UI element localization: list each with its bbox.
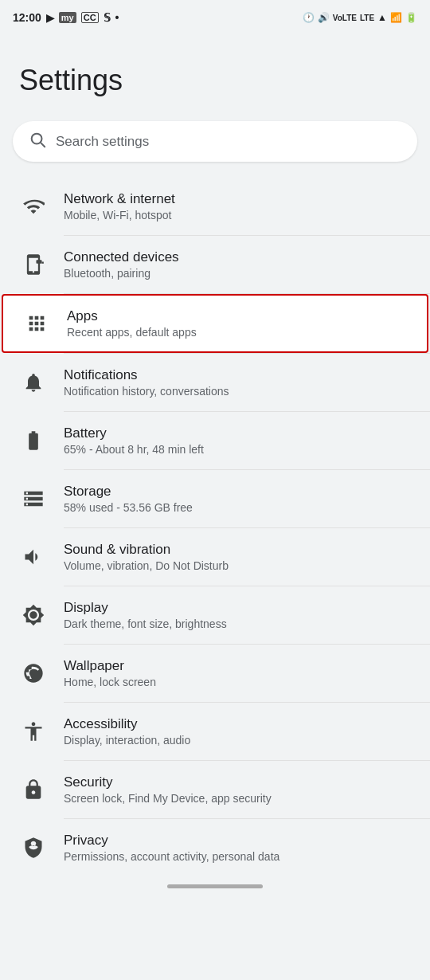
- wallpaper-text: Wallpaper Home, lock screen: [64, 658, 411, 688]
- accessibility-subtitle: Display, interaction, audio: [64, 734, 411, 747]
- apps-title: Apps: [67, 308, 408, 324]
- status-bar: 12:00 ▶ my CC 𝕊 • 🕐 🔊 VoLTE LTE ▲ 📶 🔋: [0, 0, 430, 32]
- security-text: Security Screen lock, Find My Device, ap…: [64, 774, 411, 805]
- wifi-icon: [19, 192, 48, 221]
- notifications-subtitle: Notification history, conversations: [64, 385, 411, 398]
- accessibility-icon: [19, 717, 48, 746]
- page-title: Settings: [19, 64, 411, 97]
- connected-subtitle: Bluetooth, pairing: [64, 267, 411, 280]
- notifications-text: Notifications Notification history, conv…: [64, 367, 411, 398]
- display-title: Display: [64, 600, 411, 616]
- settings-item-apps[interactable]: Apps Recent apps, default apps: [2, 294, 428, 353]
- battery-text: Battery 65% - About 8 hr, 48 min left: [64, 425, 411, 456]
- privacy-title: Privacy: [64, 833, 411, 849]
- apps-icon: [22, 309, 51, 338]
- header: Settings: [0, 32, 430, 113]
- accessibility-title: Accessibility: [64, 716, 411, 732]
- wifi-signal-icon: 📶: [390, 12, 402, 23]
- sound-text: Sound & vibration Volume, vibration, Do …: [64, 542, 411, 572]
- svg-line-1: [41, 143, 45, 147]
- cc-icon: CC: [81, 12, 99, 23]
- notifications-title: Notifications: [64, 367, 411, 383]
- accessibility-text: Accessibility Display, interaction, audi…: [64, 716, 411, 747]
- settings-item-notifications[interactable]: Notifications Notification history, conv…: [0, 354, 430, 411]
- settings-item-network[interactable]: Network & internet Mobile, Wi-Fi, hotspo…: [0, 178, 430, 235]
- apps-subtitle: Recent apps, default apps: [67, 326, 408, 339]
- scroll-indicator: [0, 876, 430, 896]
- dot-icon: •: [115, 11, 119, 24]
- search-placeholder: Search settings: [56, 134, 401, 150]
- alarm-icon: 🕐: [303, 12, 315, 23]
- battery-subtitle: 65% - About 8 hr, 48 min left: [64, 443, 411, 456]
- sound-subtitle: Volume, vibration, Do Not Disturb: [64, 559, 411, 572]
- settings-item-wallpaper[interactable]: Wallpaper Home, lock screen: [0, 645, 430, 702]
- storage-icon: [19, 484, 48, 513]
- status-left: 12:00 ▶ my CC 𝕊 •: [13, 11, 119, 24]
- battery-title: Battery: [64, 425, 411, 441]
- network-subtitle: Mobile, Wi-Fi, hotspot: [64, 209, 411, 221]
- search-container: Search settings: [0, 113, 430, 178]
- wallpaper-icon: [19, 659, 48, 688]
- privacy-subtitle: Permissions, account activity, personal …: [64, 850, 411, 863]
- wallpaper-title: Wallpaper: [64, 658, 411, 674]
- signal-bars-icon: ▲: [377, 12, 387, 23]
- connected-devices-icon: [19, 250, 48, 279]
- notifications-icon: [19, 368, 48, 397]
- settings-item-security[interactable]: Security Screen lock, Find My Device, ap…: [0, 761, 430, 818]
- connected-title: Connected devices: [64, 249, 411, 265]
- svg-rect-2: [37, 260, 42, 264]
- status-right: 🕐 🔊 VoLTE LTE ▲ 📶 🔋: [303, 12, 417, 23]
- settings-item-sound[interactable]: Sound & vibration Volume, vibration, Do …: [0, 528, 430, 586]
- security-title: Security: [64, 774, 411, 790]
- apps-text: Apps Recent apps, default apps: [67, 308, 408, 339]
- settings-item-battery[interactable]: Battery 65% - About 8 hr, 48 min left: [0, 412, 430, 469]
- storage-title: Storage: [64, 484, 411, 500]
- battery-settings-icon: [19, 426, 48, 455]
- volume-icon: 🔊: [318, 12, 330, 23]
- wallpaper-subtitle: Home, lock screen: [64, 676, 411, 688]
- security-subtitle: Screen lock, Find My Device, app securit…: [64, 792, 411, 805]
- display-icon: [19, 601, 48, 629]
- status-time: 12:00: [13, 11, 41, 24]
- privacy-text: Privacy Permissions, account activity, p…: [64, 833, 411, 863]
- battery-icon: 🔋: [405, 12, 417, 23]
- display-text: Display Dark theme, font size, brightnes…: [64, 600, 411, 630]
- security-icon: [19, 775, 48, 804]
- network-title: Network & internet: [64, 191, 411, 207]
- settings-item-connected[interactable]: Connected devices Bluetooth, pairing: [0, 236, 430, 293]
- volte-icon: VoLTE: [333, 14, 357, 22]
- storage-text: Storage 58% used - 53.56 GB free: [64, 484, 411, 514]
- settings-list: Network & internet Mobile, Wi-Fi, hotspo…: [0, 178, 430, 876]
- scroll-bar: [167, 884, 263, 888]
- lte-icon: LTE: [360, 14, 374, 22]
- tv-icon: ▶: [46, 12, 54, 24]
- settings-item-display[interactable]: Display Dark theme, font size, brightnes…: [0, 586, 430, 644]
- shazam-icon: 𝕊: [104, 11, 111, 24]
- privacy-icon: [19, 833, 48, 862]
- settings-item-accessibility[interactable]: Accessibility Display, interaction, audi…: [0, 703, 430, 760]
- network-text: Network & internet Mobile, Wi-Fi, hotspo…: [64, 191, 411, 221]
- search-box[interactable]: Search settings: [13, 121, 417, 162]
- sound-title: Sound & vibration: [64, 542, 411, 558]
- connected-text: Connected devices Bluetooth, pairing: [64, 249, 411, 280]
- settings-item-privacy[interactable]: Privacy Permissions, account activity, p…: [0, 819, 430, 876]
- settings-item-storage[interactable]: Storage 58% used - 53.56 GB free: [0, 470, 430, 527]
- storage-subtitle: 58% used - 53.56 GB free: [64, 501, 411, 514]
- sound-icon: [19, 543, 48, 571]
- my-icon: my: [59, 12, 76, 23]
- search-icon: [29, 131, 46, 152]
- display-subtitle: Dark theme, font size, brightness: [64, 617, 411, 630]
